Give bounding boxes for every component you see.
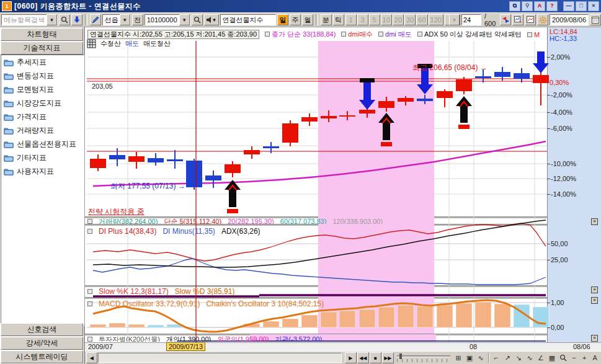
slider-handle[interactable] — [399, 353, 402, 359]
sidebar-item-선물옵션전용지표[interactable]: 선물옵션전용지표 — [1, 137, 84, 151]
header-item: 단순 5(315,112,40) — [164, 218, 221, 224]
svg-text:+: + — [519, 19, 522, 24]
interval-button-3[interactable]: 3 — [357, 14, 368, 25]
add-chart-button[interactable]: + — [512, 14, 523, 25]
playback-button[interactable]: ■ — [370, 352, 381, 363]
zoom-slider[interactable] — [397, 353, 450, 362]
interval-button-20[interactable]: 20 — [393, 14, 404, 25]
sidebar-item-거래량지표[interactable]: 거래량지표 — [1, 123, 84, 137]
search-icon — [194, 16, 201, 24]
sound-button[interactable]: ▼ — [204, 14, 219, 25]
interval-button-120[interactable]: 120 — [429, 14, 443, 25]
settings-button[interactable] — [537, 14, 548, 25]
date-field[interactable]: 2009/08/06 — [550, 14, 589, 25]
playback-button[interactable]: ▶ — [345, 352, 357, 363]
header-item: ADX(63,26) — [221, 227, 260, 236]
interval-button-1[interactable]: 1 — [345, 14, 357, 25]
interval-combo[interactable]: ▼ — [445, 14, 460, 25]
help-icon[interactable]: ? — [546, 1, 558, 11]
code-combo[interactable]: 10100000 ▼ — [145, 14, 190, 25]
period-tick-button[interactable]: 틱 — [333, 14, 344, 25]
pin-icon[interactable]: ⚲ — [522, 1, 533, 11]
menu-search-placeholder: 메뉴항목검색 — [2, 16, 47, 25]
indicator-folder-list: 추세지표변동성지표모멘텀지표시장강도지표가격지표거래량지표선물옵션전용지표기타지… — [1, 55, 84, 326]
chart-tool-icon[interactable]: ↗ — [502, 353, 513, 363]
edit-button[interactable] — [90, 14, 101, 25]
horizontal-scrollbar[interactable] — [98, 353, 342, 363]
close-button[interactable]: × — [588, 1, 599, 11]
panel-close-icon[interactable]: × — [591, 335, 598, 342]
zoom-in-button[interactable]: + — [579, 353, 589, 363]
grid-icon[interactable] — [87, 39, 96, 48]
tab-tech-indicator[interactable]: 기술적지표 — [1, 42, 83, 55]
sidebar-item-사용자지표[interactable]: 사용자지표 — [1, 164, 84, 178]
header-item: 외국인(1,959,00) — [217, 335, 269, 342]
interval-button-5[interactable]: 5 — [369, 14, 380, 25]
chevron-down-icon[interactable]: ▼ — [47, 14, 57, 25]
chart-tool-icon[interactable]: ∠ — [536, 353, 546, 363]
symbol-name-field[interactable]: 연결선물지수 — [220, 14, 276, 25]
playback-button[interactable]: ◀◀ — [357, 352, 369, 363]
magnifier-icon[interactable] — [558, 353, 569, 363]
timeline-month: 08 — [470, 343, 477, 350]
sidebar-item-추세지표[interactable]: 추세지표 — [1, 55, 84, 69]
chevron-down-icon[interactable]: ▼ — [179, 14, 190, 25]
timeline-left: 2009/07 — [88, 343, 113, 350]
code-search-button[interactable] — [192, 14, 203, 25]
maximize-button[interactable]: □ — [576, 1, 587, 11]
code-value: 10100000 — [145, 16, 179, 24]
sidebar-item-시장강도지표[interactable]: 시장강도지표 — [1, 96, 84, 110]
interval-button-10[interactable]: 10 — [381, 14, 392, 25]
market-combo[interactable]: 선옵 ▼ — [102, 14, 131, 25]
chart-tool-icon[interactable]: ∿ — [476, 353, 486, 363]
jeon-button[interactable]: 전 — [132, 14, 143, 25]
count-input[interactable] — [461, 14, 481, 25]
chart-tool-icon[interactable]: ▣ — [465, 353, 475, 363]
sidebar-button-신호검색[interactable]: 신호검색 — [1, 323, 83, 336]
low-annotation: 최저 177,55 (07/13) → — [110, 181, 185, 192]
legend-bullet — [378, 32, 383, 37]
interval-button-60[interactable]: 60 — [416, 14, 427, 25]
tab-chart-type[interactable]: 차트형태 — [1, 28, 83, 41]
chart-plus-icon: + — [514, 16, 522, 24]
sidebar-button-강세/약세[interactable]: 강세/약세 — [1, 337, 83, 350]
chart-tool-icon[interactable]: ↘ — [514, 353, 524, 363]
panel-close-icon[interactable]: × — [591, 286, 598, 293]
calendar-button[interactable] — [590, 14, 601, 25]
folder-icon — [4, 72, 14, 80]
font-size-icon[interactable]: A — [534, 1, 545, 11]
speaker-icon — [206, 16, 212, 24]
chart-tool-icon[interactable]: ⌐ — [491, 353, 502, 363]
panel-close-icon[interactable]: × — [591, 297, 598, 304]
minimize-button[interactable]: — — [563, 1, 574, 11]
search-button[interactable] — [59, 14, 70, 25]
period-week-button[interactable]: 주 — [290, 14, 301, 25]
sidebar-item-모멘텀지표[interactable]: 모멘텀지표 — [1, 82, 84, 96]
period-month-button[interactable]: 월 — [302, 14, 313, 25]
chart-tool-icon[interactable]: ⊞ — [453, 353, 464, 363]
sidebar-item-변동성지표[interactable]: 변동성지표 — [1, 69, 84, 82]
chart-tool-icon[interactable]: ▦ — [547, 353, 558, 363]
sidebar-item-가격지표[interactable]: 가격지표 — [1, 110, 84, 123]
period-minute-button[interactable]: 분 — [321, 14, 332, 25]
panel-close-icon[interactable]: × — [591, 218, 598, 225]
menu-search-combo[interactable]: 메뉴항목검색 ▼ — [1, 14, 58, 25]
header-item: Slow %D 3(85,91) — [175, 287, 235, 296]
zoom-out-button[interactable]: − — [569, 353, 579, 363]
text-tool-button[interactable]: A — [590, 353, 600, 363]
copy-window-icon[interactable]: ⧉ — [509, 1, 520, 11]
chart-tool-icon[interactable]: ∿ — [525, 353, 535, 363]
chart-image-button[interactable] — [525, 14, 536, 25]
chevron-down-icon[interactable]: ▼ — [120, 14, 130, 25]
playback-button[interactable]: ▶▶ — [382, 352, 394, 363]
header-item: 기관(-3,572,00) — [275, 335, 322, 342]
scroll-left-button[interactable]: ◀ — [86, 352, 97, 363]
sidebar-item-기타지표[interactable]: 기타지표 — [1, 151, 84, 164]
goto-button[interactable] — [71, 14, 82, 25]
period-day-button[interactable]: 일 — [277, 14, 288, 25]
signal-sell: 매도 — [125, 39, 139, 48]
interval-button-30[interactable]: 30 — [404, 14, 416, 25]
calendar-icon — [592, 16, 599, 24]
sidebar-button-시스템트레이딩[interactable]: 시스템트레이딩 — [1, 350, 83, 363]
compare-button[interactable] — [500, 14, 511, 25]
